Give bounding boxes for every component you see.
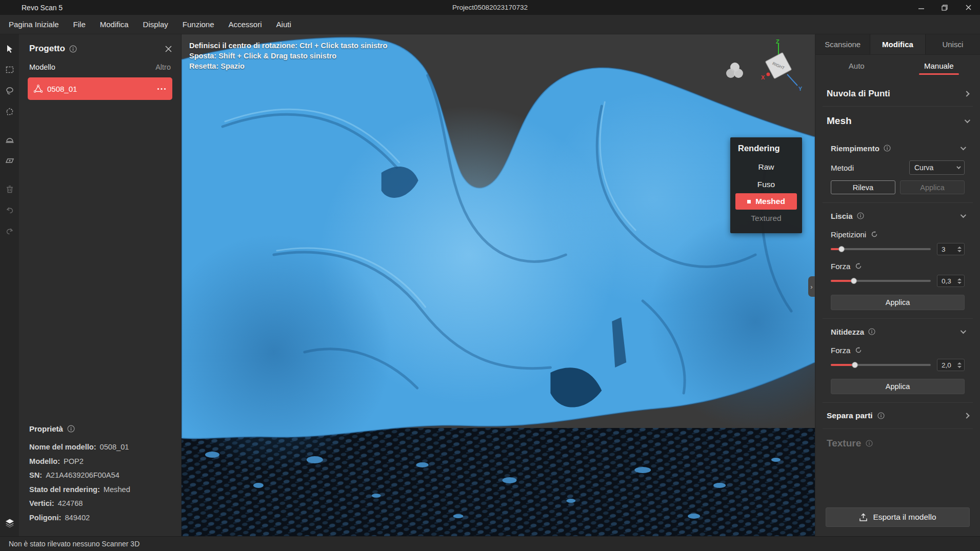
tool-strip — [0, 34, 19, 536]
nitidezza-forza-label: Forza — [831, 346, 850, 355]
active-mode-underline — [919, 73, 959, 75]
nitidezza-header[interactable]: Nitidezza — [831, 323, 965, 340]
nitidezza-info-icon[interactable] — [868, 328, 875, 335]
nitidezza-forza-value-box[interactable]: 2,0 — [937, 359, 965, 371]
chevron-down-icon — [961, 328, 966, 334]
restore-icon — [942, 5, 948, 11]
gizmo-x-label: X — [761, 74, 765, 80]
nitidezza-forza-slider-thumb[interactable] — [852, 362, 858, 368]
model-list-item[interactable]: 0508_01 — [28, 77, 172, 100]
project-title: Project05082023170732 — [0, 4, 980, 11]
project-panel-title: Progetto — [29, 44, 65, 54]
project-panel-close-icon[interactable] — [165, 46, 172, 52]
panel-collapse-handle[interactable]: › — [808, 276, 815, 297]
liscia-applica-button[interactable]: Applica — [831, 295, 965, 310]
liscia-info-icon[interactable] — [857, 212, 864, 219]
mode-manuale[interactable]: Manuale — [898, 62, 980, 75]
undo-icon[interactable] — [4, 204, 16, 216]
polygon-select-tool-icon[interactable] — [4, 106, 16, 118]
app-window: Revo Scan 5 Project05082023170732 Pagina — [0, 0, 980, 551]
menu-funzione[interactable]: Funzione — [183, 20, 214, 29]
property-render-state: Stato del rendering:Meshed — [29, 483, 171, 497]
nitidezza-forza-slider[interactable] — [831, 361, 931, 369]
export-model-button[interactable]: Esporta il modello — [826, 507, 970, 527]
layers-icon[interactable] — [4, 517, 16, 529]
lasso-select-tool-icon[interactable] — [4, 85, 16, 97]
edit-panel-tabs: Scansione Modifica Unisci — [815, 34, 980, 55]
chevron-right-icon — [964, 413, 969, 418]
ripetizioni-slider-thumb[interactable] — [838, 246, 845, 252]
riempimento-info-icon[interactable] — [884, 145, 891, 152]
menubar: Pagina Iniziale File Modifica Display Fu… — [0, 15, 980, 34]
tab-scansione[interactable]: Scansione — [815, 34, 870, 54]
menu-accessori[interactable]: Accessori — [229, 20, 262, 29]
window-controls — [909, 0, 980, 15]
redo-icon[interactable] — [4, 225, 16, 237]
close-button[interactable] — [956, 0, 980, 15]
model-mesh-icon — [34, 85, 43, 93]
tab-modifica[interactable]: Modifica — [870, 34, 925, 54]
section-separa-parti[interactable]: Separa parti — [815, 403, 980, 428]
rendering-menu: Rendering Raw Fuso Meshed Textured — [730, 137, 802, 233]
project-panel: Progetto Modello Altro 0508_01 — [19, 34, 182, 536]
hint-move: Sposta: Shift + Click & Drag tasto sinis… — [189, 51, 387, 61]
mode-auto[interactable]: Auto — [815, 62, 898, 75]
menu-display[interactable]: Display — [143, 20, 168, 29]
hemisphere-tool-icon[interactable] — [4, 134, 16, 146]
section-mesh[interactable]: Mesh — [815, 107, 980, 135]
close-icon — [966, 5, 971, 10]
export-icon — [859, 513, 868, 522]
liscia-header[interactable]: Liscia — [831, 207, 965, 225]
nitidezza-forza-reset-icon[interactable] — [855, 346, 862, 354]
riempimento-header[interactable]: Riempimento — [831, 139, 965, 157]
menu-modifica[interactable]: Modifica — [100, 20, 129, 29]
trash-icon[interactable] — [4, 183, 16, 195]
gizmo-z-label: Z — [776, 38, 779, 45]
orientation-gizmo[interactable]: Z Y X RIGHT — [721, 38, 808, 100]
properties-title: Proprietà — [29, 424, 63, 433]
rendering-option-meshed[interactable]: Meshed — [735, 193, 797, 210]
nitidezza-forza-slider-row: 2,0 — [831, 358, 965, 372]
section-nuvola-di-punti[interactable]: Nuvola di Punti — [815, 81, 980, 106]
cursor-tool-icon[interactable] — [4, 43, 16, 55]
nitidezza-forza-stepper[interactable] — [957, 362, 962, 368]
properties-section: Proprietà Nome del modello:0508_01 Model… — [19, 424, 181, 536]
rectangle-select-tool-icon[interactable] — [4, 64, 16, 76]
nitidezza-applica-button[interactable]: Applica — [831, 379, 965, 394]
liscia-forza-slider[interactable] — [831, 277, 931, 284]
tab-unisci[interactable]: Unisci — [926, 34, 980, 54]
ripetizioni-slider-row: 3 — [831, 242, 965, 256]
property-sn: SN:A21A4639206F00A54 — [29, 468, 171, 483]
ripetizioni-value-box[interactable]: 3 — [937, 243, 965, 255]
property-model-name: Nome del modello:0508_01 — [29, 440, 171, 455]
viewport-canvas[interactable]: Definisci il centro di rotazione: Ctrl +… — [182, 34, 815, 536]
chevron-down-icon — [961, 212, 966, 218]
menu-file[interactable]: File — [73, 20, 86, 29]
minimize-button[interactable] — [909, 0, 933, 15]
restore-button[interactable] — [933, 0, 956, 15]
project-info-icon[interactable] — [69, 45, 77, 53]
menu-pagina-iniziale[interactable]: Pagina Iniziale — [9, 20, 59, 29]
liscia-forza-reset-icon[interactable] — [855, 262, 862, 270]
liscia-forza-slider-thumb[interactable] — [851, 278, 857, 284]
rendering-option-fuso[interactable]: Fuso — [730, 176, 802, 193]
view-sphere-icon[interactable] — [726, 63, 743, 78]
nitidezza-block: Nitidezza Forza — [815, 319, 980, 402]
separa-parti-info-icon[interactable] — [877, 412, 885, 419]
menu-aiuti[interactable]: Aiuti — [276, 20, 291, 29]
project-panel-tabs: Modello Altro — [19, 60, 181, 77]
rileva-button[interactable]: Rileva — [831, 180, 895, 194]
ripetizioni-reset-icon[interactable] — [871, 231, 878, 238]
model-more-icon[interactable] — [157, 88, 166, 90]
metodi-dropdown[interactable]: Curva — [909, 160, 965, 175]
hint-reset: Resetta: Spazio — [189, 61, 387, 71]
tab-altro[interactable]: Altro — [155, 63, 171, 71]
properties-info-icon[interactable] — [67, 425, 75, 433]
rendering-option-raw[interactable]: Raw — [730, 158, 802, 176]
ripetizioni-stepper[interactable] — [957, 247, 962, 252]
ripetizioni-slider[interactable] — [831, 246, 931, 253]
tab-modello[interactable]: Modello — [29, 63, 55, 71]
liscia-forza-value-box[interactable]: 0,3 — [937, 275, 965, 287]
plane-tool-icon[interactable] — [4, 155, 16, 167]
liscia-forza-stepper[interactable] — [957, 278, 962, 284]
